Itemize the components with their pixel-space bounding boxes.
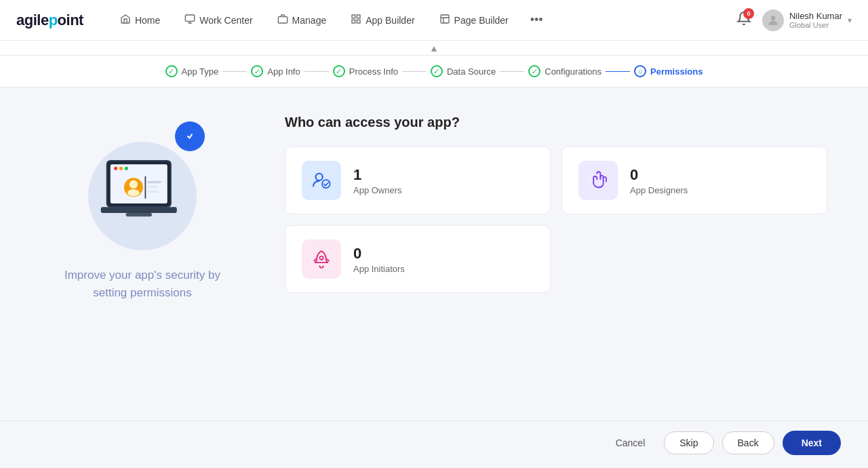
nav-item-home[interactable]: Home bbox=[111, 9, 170, 31]
nav-home-label: Home bbox=[135, 15, 160, 26]
svg-rect-4 bbox=[357, 20, 361, 23]
content-area: Improve your app's security by setting p… bbox=[0, 87, 868, 421]
app-initiators-card[interactable]: 0 App Initiators bbox=[285, 225, 551, 293]
step-label-app-type: App Type bbox=[182, 66, 219, 77]
house-icon bbox=[120, 14, 131, 27]
svg-point-12 bbox=[125, 167, 128, 170]
svg-rect-0 bbox=[186, 15, 195, 21]
step-icon-permissions: ○ bbox=[634, 65, 646, 77]
nav-manage-label: Manage bbox=[292, 15, 327, 26]
right-panel: Who can access your app? 1 App bbox=[285, 115, 827, 293]
chevron-down-icon: ▾ bbox=[848, 16, 852, 25]
app-initiators-info: 0 App Initiators bbox=[353, 245, 405, 274]
svg-point-24 bbox=[319, 256, 323, 260]
step-sep-2 bbox=[304, 71, 329, 72]
grid-icon bbox=[351, 14, 361, 27]
section-title: Who can access your app? bbox=[285, 115, 827, 130]
notification-badge: 0 bbox=[743, 8, 754, 19]
step-icon-app-type: ✓ bbox=[165, 65, 178, 77]
step-sep-3 bbox=[402, 71, 427, 72]
app-designers-label: App Designers bbox=[630, 185, 688, 195]
app-owners-info: 1 App Owners bbox=[353, 166, 402, 195]
cancel-button[interactable]: Cancel bbox=[605, 432, 656, 454]
svg-rect-19 bbox=[145, 176, 146, 199]
svg-point-11 bbox=[119, 167, 123, 170]
app-initiators-count: 0 bbox=[353, 245, 405, 262]
svg-rect-17 bbox=[147, 186, 158, 189]
notification-bell[interactable]: 0 bbox=[736, 11, 751, 29]
svg-rect-2 bbox=[352, 15, 355, 18]
app-designers-icon-wrap bbox=[578, 161, 618, 200]
svg-point-10 bbox=[114, 167, 117, 170]
nav-appbuilder-label: App Builder bbox=[366, 15, 414, 26]
step-configurations[interactable]: ✓ Configurations bbox=[528, 65, 601, 77]
step-label-configurations: Configurations bbox=[545, 66, 601, 77]
navbar: agilepoint Home Work Center Manage App B… bbox=[0, 0, 868, 41]
illustration bbox=[68, 115, 217, 250]
nav-workcenter-label: Work Center bbox=[199, 15, 252, 26]
step-app-type[interactable]: ✓ App Type bbox=[165, 65, 219, 77]
app-owners-card[interactable]: 1 App Owners bbox=[285, 147, 551, 214]
step-permissions[interactable]: ○ Permissions bbox=[634, 65, 703, 77]
step-icon-configurations: ✓ bbox=[528, 65, 540, 77]
app-owners-count: 1 bbox=[353, 166, 402, 184]
app-designers-card[interactable]: 0 App Designers bbox=[561, 147, 827, 214]
cards-grid: 1 App Owners bbox=[285, 147, 827, 293]
svg-rect-18 bbox=[147, 191, 159, 193]
step-label-data-source: Data Source bbox=[447, 66, 496, 77]
briefcase-icon bbox=[277, 14, 288, 27]
left-panel: Improve your app's security by setting p… bbox=[41, 115, 244, 301]
svg-rect-21 bbox=[126, 213, 153, 216]
nav-item-manage[interactable]: Manage bbox=[268, 9, 336, 31]
nav-links: Home Work Center Manage App Builder Page… bbox=[111, 9, 736, 31]
app-initiators-label: App Initiators bbox=[353, 264, 405, 274]
user-name: Nilesh Kumar bbox=[789, 11, 842, 21]
app-owners-label: App Owners bbox=[353, 185, 402, 195]
shield-badge bbox=[175, 121, 205, 151]
square-icon bbox=[439, 14, 450, 27]
user-info[interactable]: Nilesh Kumar Global User ▾ bbox=[762, 9, 852, 31]
nav-more-button[interactable]: ••• bbox=[524, 9, 550, 31]
step-sep-5 bbox=[606, 71, 630, 72]
collapse-button[interactable]: ▲ bbox=[429, 43, 439, 54]
monitor-icon bbox=[184, 14, 195, 27]
svg-rect-20 bbox=[101, 207, 177, 213]
svg-point-7 bbox=[771, 16, 776, 20]
step-app-info[interactable]: ✓ App Info bbox=[251, 65, 300, 77]
svg-rect-1 bbox=[278, 16, 287, 22]
svg-rect-3 bbox=[357, 15, 361, 18]
logo[interactable]: agilepoint bbox=[16, 12, 83, 29]
next-button[interactable]: Next bbox=[783, 431, 841, 455]
nav-right: 0 Nilesh Kumar Global User ▾ bbox=[736, 9, 852, 31]
svg-point-14 bbox=[130, 180, 138, 189]
illus-laptop bbox=[95, 153, 190, 237]
svg-point-15 bbox=[127, 189, 140, 197]
svg-rect-5 bbox=[352, 20, 355, 23]
step-label-process-info: Process Info bbox=[349, 66, 398, 77]
step-label-app-info: App Info bbox=[267, 66, 300, 77]
step-sep-1 bbox=[222, 71, 247, 72]
main-content: Improve your app's security by setting p… bbox=[0, 87, 868, 465]
app-designers-count: 0 bbox=[630, 166, 688, 184]
step-process-info[interactable]: ✓ Process Info bbox=[333, 65, 398, 77]
step-data-source[interactable]: ✓ Data Source bbox=[431, 65, 496, 77]
steps-bar: ✓ App Type ✓ App Info ✓ Process Info ✓ D… bbox=[0, 56, 868, 87]
user-role: Global User bbox=[789, 21, 842, 29]
avatar bbox=[762, 9, 784, 31]
svg-rect-16 bbox=[147, 181, 161, 184]
nav-item-appbuilder[interactable]: App Builder bbox=[341, 9, 424, 31]
app-owners-icon-wrap bbox=[302, 161, 341, 200]
svg-point-22 bbox=[316, 174, 323, 180]
illus-caption: Improve your app's security by setting p… bbox=[61, 267, 224, 301]
nav-item-workcenter[interactable]: Work Center bbox=[175, 9, 262, 31]
app-initiators-icon-wrap bbox=[302, 239, 341, 279]
app-designers-info: 0 App Designers bbox=[630, 166, 688, 195]
step-icon-data-source: ✓ bbox=[431, 65, 443, 77]
back-button[interactable]: Back bbox=[722, 431, 774, 454]
skip-button[interactable]: Skip bbox=[664, 431, 713, 454]
nav-item-pagebuilder[interactable]: Page Builder bbox=[430, 9, 518, 31]
step-label-permissions: Permissions bbox=[650, 66, 703, 77]
step-sep-4 bbox=[500, 71, 524, 72]
nav-pagebuilder-label: Page Builder bbox=[454, 15, 509, 26]
svg-rect-6 bbox=[441, 15, 449, 23]
